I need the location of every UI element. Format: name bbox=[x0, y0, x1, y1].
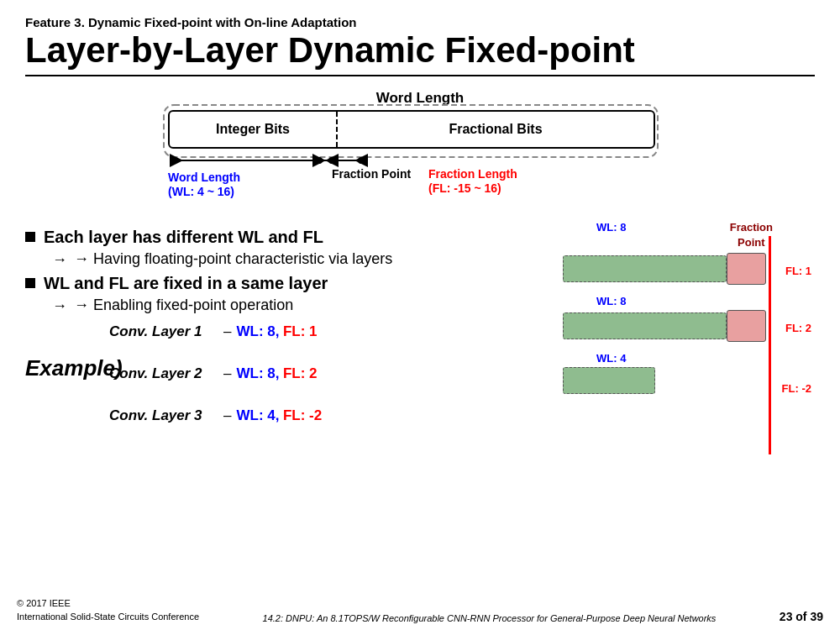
fl-neg2-label: FL: -2 bbox=[782, 381, 811, 396]
layer-3-name: Conv. Layer 3 bbox=[109, 407, 218, 424]
bullet-square-2 bbox=[25, 278, 35, 288]
fl1-label: FL: 1 bbox=[785, 263, 811, 278]
fraction-point-text: FractionPoint bbox=[730, 221, 773, 249]
main-title: Layer-by-Layer Dynamic Fixed-point bbox=[25, 31, 815, 70]
footer-left: © 2017 IEEE International Solid-State Ci… bbox=[17, 597, 199, 623]
svg-point-5 bbox=[358, 157, 365, 164]
feature-label: Feature 3. Dynamic Fixed-point with On-l… bbox=[25, 15, 815, 29]
fl2-text: FL: 2 bbox=[785, 322, 811, 334]
layer-1-sep: – bbox=[223, 323, 231, 340]
footer-copyright: © 2017 IEEE bbox=[17, 597, 199, 610]
bar-green-1 bbox=[563, 255, 727, 282]
sub-bullet-2: → → Enabling fixed-point operation bbox=[52, 297, 538, 315]
sub-text-1: → Having floating-point characteristic v… bbox=[74, 250, 392, 268]
layer-3-wl: WL: 4, bbox=[236, 407, 279, 424]
layer-2-wl: WL: 8, bbox=[236, 365, 279, 382]
bar-row-3 bbox=[563, 367, 655, 394]
layer-1-name: Conv. Layer 1 bbox=[109, 323, 218, 340]
fractional-bits-box: Fractional Bits bbox=[338, 112, 654, 147]
layer-row-3: Conv. Layer 3 – WL: 4, FL: -2 bbox=[109, 407, 538, 424]
fl-label: Fraction Length(FL: -15 ~ 16) bbox=[428, 167, 517, 196]
bullet-1: Each layer has different WL and FL bbox=[25, 228, 538, 247]
arrow-right-2: → bbox=[52, 297, 67, 315]
fl-neg2-text: FL: -2 bbox=[782, 382, 811, 395]
title-divider bbox=[25, 75, 815, 76]
integer-bits-box: Integer Bits bbox=[170, 112, 338, 147]
arrow-right-1: → bbox=[52, 251, 67, 269]
fp-label: Fraction Point bbox=[332, 167, 411, 181]
footer-page: 23 of 39 bbox=[780, 610, 823, 623]
wl8-top-text: WL: 8 bbox=[596, 221, 626, 234]
slide: Feature 3. Dynamic Fixed-point with On-l… bbox=[0, 0, 840, 630]
wl4-text: WL: 4 bbox=[596, 352, 626, 365]
layer-row-2: Conv. Layer 2 – WL: 8, FL: 2 bbox=[109, 365, 538, 382]
fp-text: Fraction Point bbox=[332, 167, 411, 181]
layer-3-fl: FL: -2 bbox=[283, 407, 322, 424]
fl1-text: FL: 1 bbox=[785, 265, 811, 277]
bullet-2: WL and FL are fixed in a same layer bbox=[25, 274, 538, 293]
bullet-text-1: Each layer has different WL and FL bbox=[44, 228, 323, 247]
bullet-text-2: WL and FL are fixed in a same layer bbox=[44, 274, 328, 293]
footer-conference: International Solid-State Circuits Confe… bbox=[17, 611, 199, 623]
left-content: Each layer has different WL and FL → → H… bbox=[25, 228, 554, 463]
bar-row-1 bbox=[563, 253, 766, 285]
integer-bits-label: Integer Bits bbox=[216, 122, 290, 137]
layer-2-sep: – bbox=[223, 365, 231, 382]
bar-pink-1 bbox=[727, 253, 766, 285]
fp-arrow-svg bbox=[311, 152, 370, 169]
layer-2-fl: FL: 2 bbox=[283, 365, 318, 382]
bar-row-2 bbox=[563, 310, 766, 342]
layer-1-fl: FL: 1 bbox=[283, 323, 318, 340]
example-section: Example) Conv. Layer 1 – WL: 8, FL: 1 Co… bbox=[25, 323, 538, 424]
diagram-wrapper: Integer Bits Fractional Bits bbox=[168, 110, 672, 219]
wl8-top-label: WL: 8 bbox=[596, 219, 626, 234]
arrows-row: Word Length(WL: 4 ~ 16) Fraction Point F… bbox=[168, 152, 672, 219]
fraction-line bbox=[769, 236, 771, 454]
footer-center: 14.2: DNPU: An 8.1TOPS/W Reconfigurable … bbox=[263, 613, 717, 623]
sub-bullet-1: → → Having floating-point characteristic… bbox=[52, 250, 538, 269]
content-area: Each layer has different WL and FL → → H… bbox=[25, 228, 815, 463]
fraction-point-label: FractionPoint bbox=[730, 219, 773, 249]
example-label: Example) bbox=[25, 355, 123, 381]
bar-pink-2 bbox=[727, 310, 766, 342]
layer-2-name: Conv. Layer 2 bbox=[109, 365, 218, 382]
sub-text-2: → Enabling fixed-point operation bbox=[74, 297, 293, 314]
bit-boxes: Integer Bits Fractional Bits bbox=[168, 110, 655, 149]
diagram-area: Word Length Integer Bits Fractional Bits bbox=[25, 90, 815, 219]
layer-3-sep: – bbox=[223, 407, 231, 424]
bar-green-2 bbox=[563, 312, 727, 339]
wl8-mid-label: WL: 8 bbox=[596, 293, 626, 308]
svg-point-4 bbox=[316, 157, 323, 164]
fractional-bits-label: Fractional Bits bbox=[449, 122, 542, 137]
wl-label: Word Length(WL: 4 ~ 16) bbox=[168, 171, 240, 199]
layer-row-1: Conv. Layer 1 – WL: 8, FL: 1 bbox=[109, 323, 538, 340]
layer-1-wl: WL: 8, bbox=[236, 323, 279, 340]
footer: © 2017 IEEE International Solid-State Ci… bbox=[0, 597, 840, 623]
fl2-label: FL: 2 bbox=[785, 320, 811, 335]
bar-green-3 bbox=[563, 367, 655, 394]
wl-arrow-svg bbox=[168, 152, 655, 169]
wl8-mid-text: WL: 8 bbox=[596, 295, 626, 307]
bars-diagram: WL: 8 FractionPoint FL: 1 WL: 8 bbox=[554, 219, 815, 463]
bullet-square-1 bbox=[25, 232, 35, 242]
wl4-label: WL: 4 bbox=[596, 350, 626, 365]
